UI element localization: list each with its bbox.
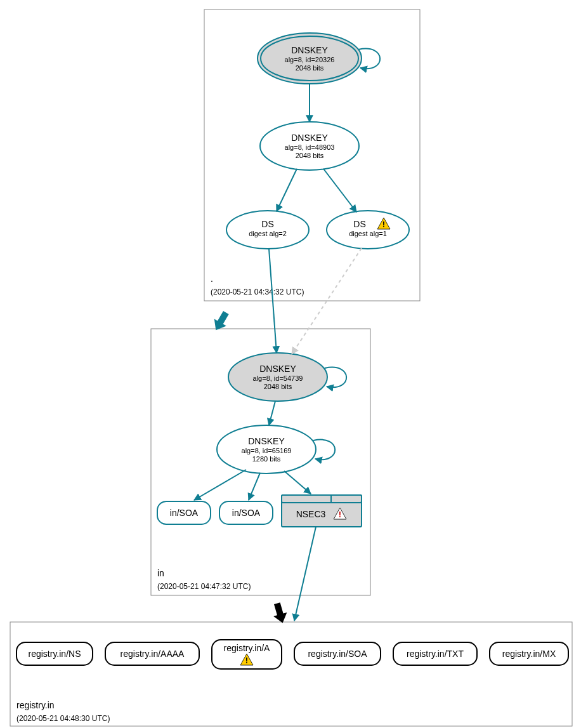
svg-text:alg=8, id=20326: alg=8, id=20326 — [285, 56, 335, 63]
node-leaf-a: registry.in/A ! — [212, 640, 282, 669]
node-leaf-aaaa: registry.in/AAAA — [105, 642, 199, 665]
edge-in-zsk-self — [313, 440, 335, 460]
svg-text:digest alg=1: digest alg=1 — [349, 230, 387, 237]
zone-registry-timestamp: (2020-05-21 04:48:30 UTC) — [16, 714, 110, 723]
svg-text:DS: DS — [353, 219, 365, 229]
edge-zsk-ds1 — [323, 169, 356, 212]
svg-text:registry.in/TXT: registry.in/TXT — [407, 649, 464, 659]
edge-nsec3-registry — [294, 527, 316, 621]
svg-text:registry.in/AAAA: registry.in/AAAA — [121, 649, 185, 659]
node-leaf-ns: registry.in/NS — [16, 642, 93, 665]
svg-text:in/SOA: in/SOA — [170, 508, 199, 518]
node-in-ksk: DNSKEY alg=8, id=54739 2048 bits — [228, 353, 327, 401]
zone-registry-name: registry.in — [16, 700, 55, 710]
node-root-ksk: DNSKEY alg=8, id=20326 2048 bits — [258, 33, 362, 84]
edge-inzsk-soa2 — [249, 473, 260, 500]
svg-text:!: ! — [339, 510, 341, 519]
svg-text:DNSKEY: DNSKEY — [291, 45, 328, 55]
node-in-soa-1: in/SOA — [157, 501, 211, 524]
zone-link-arrow-root-in — [210, 309, 232, 334]
svg-text:2048 bits: 2048 bits — [264, 383, 292, 390]
svg-text:alg=8, id=65169: alg=8, id=65169 — [242, 447, 292, 454]
svg-text:2048 bits: 2048 bits — [296, 64, 324, 72]
zone-root-name: . — [211, 274, 213, 284]
svg-marker-36 — [270, 602, 289, 625]
svg-text:alg=8, id=48903: alg=8, id=48903 — [285, 143, 335, 151]
zone-root-timestamp: (2020-05-21 04:34:32 UTC) — [211, 288, 304, 296]
zone-in-timestamp: (2020-05-21 04:47:32 UTC) — [157, 582, 251, 591]
edge-zsk-ds2 — [277, 169, 297, 211]
svg-marker-17 — [210, 309, 232, 334]
svg-text:registry.in/SOA: registry.in/SOA — [308, 649, 367, 659]
node-in-soa-2: in/SOA — [219, 501, 273, 524]
svg-text:registry.in/A: registry.in/A — [224, 643, 271, 653]
node-root-zsk: DNSKEY alg=8, id=48903 2048 bits — [260, 122, 359, 170]
edge-in-ksk-zsk — [269, 401, 275, 425]
svg-text:DNSKEY: DNSKEY — [259, 364, 296, 374]
svg-text:digest alg=2: digest alg=2 — [249, 230, 287, 237]
zone-registry-box — [10, 622, 572, 726]
svg-text:DNSKEY: DNSKEY — [291, 133, 328, 143]
svg-text:registry.in/MX: registry.in/MX — [502, 649, 556, 659]
node-ds-alg2: DS digest alg=2 — [226, 211, 309, 249]
svg-text:2048 bits: 2048 bits — [296, 152, 324, 159]
svg-text:DNSKEY: DNSKEY — [248, 436, 285, 446]
node-leaf-soa: registry.in/SOA — [294, 642, 381, 665]
svg-text:DS: DS — [261, 219, 273, 229]
svg-text:!: ! — [382, 220, 385, 229]
node-leaf-txt: registry.in/TXT — [393, 642, 477, 665]
svg-text:in/SOA: in/SOA — [232, 508, 261, 518]
svg-text:1280 bits: 1280 bits — [252, 455, 281, 463]
svg-rect-31 — [282, 495, 362, 503]
svg-text:NSEC3: NSEC3 — [296, 509, 326, 519]
zone-in-name: in — [157, 568, 164, 578]
node-ds-alg1: DS digest alg=1 ! — [327, 211, 409, 249]
svg-text:alg=8, id=54739: alg=8, id=54739 — [253, 374, 303, 382]
dnssec-diagram: . (2020-05-21 04:34:32 UTC) DNSKEY alg=8… — [0, 0, 581, 728]
edge-inzsk-nsec3 — [284, 471, 311, 494]
node-nsec3: NSEC3 ! — [282, 495, 362, 527]
node-in-zsk: DNSKEY alg=8, id=65169 1280 bits — [217, 425, 316, 473]
svg-text:!: ! — [245, 656, 248, 665]
edge-in-ksk-self — [325, 367, 346, 388]
edge-inzsk-soa1 — [194, 470, 246, 500]
svg-text:registry.in/NS: registry.in/NS — [29, 649, 81, 659]
zone-link-arrow-in-registry — [270, 602, 289, 625]
node-leaf-mx: registry.in/MX — [490, 642, 568, 665]
